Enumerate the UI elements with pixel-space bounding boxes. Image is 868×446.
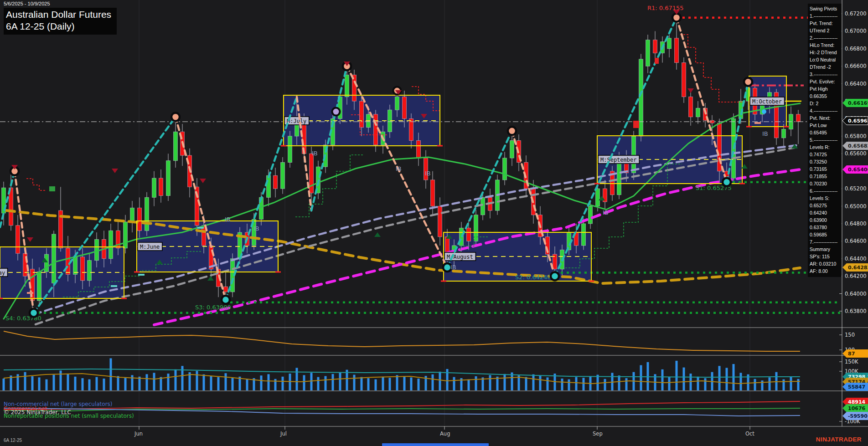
svg-text:10676: 10676 bbox=[848, 405, 866, 411]
axis-tick-label: 0.66600 bbox=[845, 63, 867, 69]
swing-pivots-line: Levels R: bbox=[810, 144, 841, 151]
candle bbox=[281, 163, 285, 189]
dot-marker bbox=[762, 109, 766, 114]
candle bbox=[403, 97, 407, 118]
candle bbox=[675, 38, 679, 63]
date-range-label: 5/6/2025 - 10/9/2025 bbox=[4, 1, 50, 6]
swing-pivots-line: 0.64240 bbox=[810, 209, 841, 216]
candle bbox=[796, 114, 801, 122]
chart-window: R1: 0.67155S1: 0.65275S2: 0.64240S3: 0.6… bbox=[0, 0, 868, 446]
candle bbox=[782, 129, 786, 138]
svg-text:-59590: -59590 bbox=[848, 413, 868, 419]
candle bbox=[632, 136, 636, 173]
candle bbox=[88, 261, 92, 281]
svg-text:0.65406: 0.65406 bbox=[848, 167, 868, 173]
axis-tick-label: 0.65600 bbox=[845, 150, 867, 157]
panel2-indicator-line bbox=[4, 331, 800, 351]
time-axis[interactable]: JunJulAugSepOct bbox=[134, 426, 754, 437]
candle bbox=[124, 222, 128, 248]
tick-marker bbox=[197, 227, 204, 229]
candle bbox=[596, 189, 600, 206]
axis-value-tag bbox=[842, 349, 868, 358]
swing-pivots-line: 0.63780 bbox=[810, 224, 841, 231]
swing-pivots-line: 2.--------------- bbox=[810, 34, 841, 41]
swing-pivots-line: 6.--------------- bbox=[810, 187, 841, 195]
pivot-high-marker bbox=[508, 127, 516, 135]
candle bbox=[639, 59, 643, 136]
svg-text:0.65965: 0.65965 bbox=[848, 118, 868, 124]
instrument-tab-label[interactable]: 6A 12-25 bbox=[4, 438, 22, 443]
candle bbox=[345, 75, 349, 97]
swing-pivots-line: 5.--------------- bbox=[810, 136, 841, 144]
month-label: M:September bbox=[600, 157, 636, 163]
swing-pivots-line: 7.--------------- bbox=[810, 238, 841, 246]
candle bbox=[16, 226, 20, 253]
swing-pivots-line: Summary bbox=[810, 246, 841, 253]
swing-pivots-line: 0.59685 bbox=[810, 231, 841, 238]
down-triangle-icon bbox=[112, 169, 118, 173]
candle bbox=[510, 140, 514, 158]
candle bbox=[37, 272, 41, 301]
candle bbox=[81, 257, 85, 281]
chart-scrollbar[interactable] bbox=[382, 443, 489, 446]
box-marker bbox=[633, 121, 639, 128]
candle bbox=[145, 197, 149, 231]
ib-label: IB bbox=[603, 209, 609, 216]
ninjatrader-logo: NINJATRADER bbox=[816, 436, 862, 443]
swing-pivots-line: 0.63900 bbox=[810, 216, 841, 224]
swing-pivots-line: 0.71855 bbox=[810, 173, 841, 180]
axis-tick-label: 0.65800 bbox=[845, 133, 867, 139]
month-label: M:October bbox=[752, 98, 782, 105]
candle bbox=[52, 234, 56, 283]
ib-label: IB bbox=[312, 150, 318, 157]
swing-pivots-line: Pvt. Evolve: bbox=[810, 78, 841, 85]
down-triangle-icon bbox=[687, 88, 694, 93]
axis-tick-label: 0.64000 bbox=[845, 291, 867, 297]
swing-pivots-line: 0.65495 bbox=[810, 129, 841, 136]
down-triangle-icon bbox=[27, 237, 33, 242]
swing-pivots-line: 0.73165 bbox=[810, 165, 841, 173]
axis-tick-label: 0.64200 bbox=[845, 273, 867, 279]
swing-pivots-line: Pvt Low bbox=[810, 122, 841, 129]
down-triangle-icon bbox=[200, 179, 206, 183]
candle bbox=[224, 287, 228, 292]
candle bbox=[159, 178, 163, 195]
swing-pivots-line: 1.--------------- bbox=[810, 12, 841, 20]
pivot-low-marker bbox=[551, 272, 559, 280]
pivot-low-marker bbox=[723, 178, 731, 186]
ib-label: IB bbox=[425, 170, 431, 177]
svg-text:0.65682: 0.65682 bbox=[848, 143, 868, 149]
swing-pivots-line: Pvt. Next: bbox=[810, 114, 841, 122]
svg-text:0.66169: 0.66169 bbox=[848, 100, 868, 106]
candle bbox=[395, 97, 399, 110]
month-axis-label: Jul bbox=[280, 431, 287, 437]
tick-marker bbox=[138, 274, 145, 276]
candle bbox=[95, 240, 99, 261]
swing-pivots-panel: Swing Pivots1.---------------Pvt. Trend:… bbox=[808, 4, 842, 277]
volume-ma-orange bbox=[4, 374, 800, 384]
axis-tick-label: 0.66400 bbox=[845, 81, 867, 87]
month-axis-label: Jun bbox=[134, 431, 143, 437]
svg-text:87: 87 bbox=[848, 351, 855, 357]
axis-tick-label: 0.65200 bbox=[845, 185, 867, 192]
pivot-high-marker bbox=[171, 113, 180, 121]
box-marker bbox=[655, 58, 659, 64]
chart-title: Australian Dollar Futures 6A 12-25 (Dail… bbox=[4, 8, 117, 35]
chart-surface[interactable]: R1: 0.67155S1: 0.65275S2: 0.64240S3: 0.6… bbox=[0, 0, 868, 446]
month-axis-label: Oct bbox=[745, 431, 754, 437]
price-axis[interactable]: 0.672000.670000.668000.666000.664000.662… bbox=[839, 0, 867, 426]
swing-pivots-line: Levels S: bbox=[810, 195, 841, 202]
candle bbox=[582, 224, 586, 246]
axis-tick-label: 150 bbox=[845, 332, 855, 338]
pivot-low-marker bbox=[30, 309, 38, 317]
candle bbox=[109, 231, 113, 258]
pivot-low-marker bbox=[222, 296, 230, 304]
month-label: M:June bbox=[140, 244, 160, 250]
candle bbox=[431, 180, 435, 206]
candle bbox=[66, 248, 70, 275]
swing-pivots-line: AF: 8.00 bbox=[810, 267, 841, 275]
axis-tick-label: 0.67200 bbox=[845, 10, 867, 17]
candle bbox=[653, 40, 657, 53]
swing-pivots-line: Hi:-2 DTrend bbox=[810, 49, 841, 56]
level-label: S2: 0.64240 bbox=[515, 274, 551, 281]
